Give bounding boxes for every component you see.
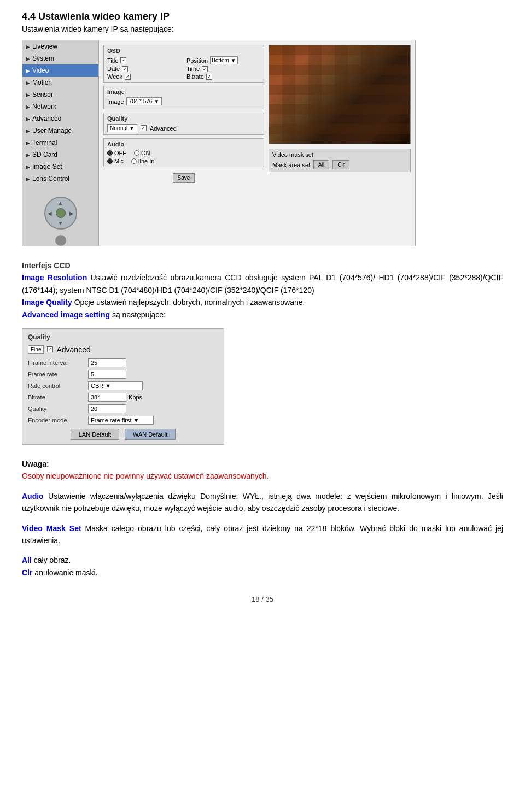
osd-position-row: Position Bottom ▼ — [186, 56, 260, 64]
arrow-icon: ▶ — [26, 152, 30, 158]
quality-advanced-checkbox[interactable] — [141, 125, 147, 131]
qp-framerate-input[interactable]: 5 — [88, 370, 126, 379]
content-layout: OSD Title Position Bottom ▼ Date — [103, 45, 411, 185]
osd-position-label: Position — [186, 57, 208, 64]
preview-image — [269, 45, 410, 144]
video-mask-paragraph: Video Mask Set Maska całego obrazu lub c… — [22, 522, 503, 547]
audio-on-label: ON — [141, 150, 150, 156]
quality-advanced-label: Advanced — [150, 125, 177, 132]
qp-encoder-row: Encoder mode Frame rate first ▼ — [28, 416, 218, 425]
qp-ratecontrol-row: Rate control CBR ▼ — [28, 381, 218, 390]
nav-right[interactable]: ▶ — [69, 210, 74, 216]
interfejs-label: Interfejs CCD — [22, 261, 71, 270]
qp-iframe-label: I frame interval — [28, 360, 88, 366]
audio-linein-radio[interactable] — [131, 158, 137, 164]
sidebar-item-system[interactable]: ▶ System — [22, 52, 98, 64]
qp-iframe-row: I frame interval 25 — [28, 358, 218, 367]
osd-title-checkbox[interactable] — [120, 57, 126, 63]
osd-title-label: Title — [107, 57, 118, 64]
qp-iframe-input[interactable]: 25 — [88, 358, 126, 367]
osd-bitrate-label: Bitrate — [186, 73, 204, 80]
qp-quality-row: Quality 20 — [28, 404, 218, 413]
sidebar-item-network[interactable]: ▶ Network — [22, 101, 98, 113]
mask-all-button[interactable]: All — [313, 160, 329, 169]
osd-position-dropdown[interactable]: Bottom ▼ — [210, 56, 237, 64]
audio-title: Audio — [22, 492, 44, 501]
sidebar-item-motion[interactable]: ▶ Motion — [22, 77, 98, 89]
audio-label: Audio — [107, 141, 260, 148]
mask-clr-button[interactable]: Clr — [332, 160, 349, 169]
wan-default-button[interactable]: WAN Default — [125, 429, 176, 440]
audio-off-radio[interactable] — [107, 150, 113, 156]
arrow-icon: ▶ — [26, 128, 30, 134]
osd-title-row: Title — [107, 56, 181, 64]
arrow-icon: ▶ — [26, 164, 30, 170]
sidebar-item-advanced[interactable]: ▶ Advanced — [22, 113, 98, 125]
osd-bitrate-checkbox[interactable] — [206, 74, 212, 80]
osd-date-checkbox[interactable] — [122, 66, 128, 72]
video-mask-set-label: Video mask set — [272, 151, 407, 158]
sidebar-item-imageset[interactable]: ▶ Image Set — [22, 161, 98, 173]
clr-title: Clr — [22, 568, 32, 577]
osd-date-label: Date — [107, 66, 120, 72]
arrow-icon: ▶ — [26, 80, 30, 86]
nav-center[interactable] — [56, 208, 66, 218]
sidebar-item-lenscontrol[interactable]: ▶ Lens Control — [22, 173, 98, 185]
osd-label: OSD — [107, 48, 260, 54]
qp-framerate-label: Frame rate — [28, 371, 88, 378]
uwaga-text: Osoby nieupoważnione nie powinny używać … — [22, 472, 269, 480]
qp-encoder-dropdown[interactable]: Frame rate first ▼ — [88, 416, 154, 425]
sidebar-item-sdcard[interactable]: ▶ SD Card — [22, 149, 98, 161]
save-row: Save — [103, 170, 264, 185]
video-mask-text: Maska całego obrazu lub części, cały obr… — [22, 524, 503, 545]
osd-week-checkbox[interactable] — [125, 74, 131, 80]
qp-ratecontrol-dropdown[interactable]: CBR ▼ — [88, 381, 143, 390]
osd-grid: Title Position Bottom ▼ Date Time — [107, 56, 260, 80]
audio-on-radio[interactable] — [134, 150, 139, 156]
quality-dropdown[interactable]: Normal ▼ — [107, 124, 137, 132]
qp-buttons-row: LAN Default WAN Default — [28, 429, 218, 440]
osd-date-row: Date — [107, 66, 181, 72]
image-resolution-text: Ustawić rozdzielczość obrazu,kamera CCD … — [22, 273, 503, 294]
qp-advanced-label: Advanced — [56, 345, 90, 354]
arrow-icon: ▶ — [26, 56, 30, 62]
quality-panel: Quality Fine Advanced I frame interval 2… — [22, 328, 224, 445]
sidebar-item-terminal[interactable]: ▶ Terminal — [22, 137, 98, 149]
image-quality-label: Image Quality — [22, 298, 72, 307]
image-resolution-label: Image Resolution — [22, 273, 87, 282]
page-title: 4.4 Ustawienia wideo kamery IP — [22, 11, 503, 22]
qp-bitrate-label: Bitrate — [28, 394, 88, 401]
qp-advanced-checkbox[interactable] — [47, 346, 53, 352]
uwaga-title: Uwaga: — [22, 460, 49, 468]
nav-arrows: ▲ ▼ ◀ ▶ — [22, 193, 98, 233]
audio-mic-radio[interactable] — [107, 158, 113, 164]
qp-fine-dropdown[interactable]: Fine — [28, 345, 44, 354]
arrow-icon: ▶ — [26, 44, 30, 50]
clr-text: anulowanie maski. — [32, 568, 97, 577]
nav-left[interactable]: ◀ — [48, 210, 52, 216]
osd-bitrate-row: Bitrate — [186, 73, 260, 80]
mask-area-label: Mask area set — [272, 162, 310, 168]
sidebar-item-liveview[interactable]: ▶ Liveview — [22, 40, 98, 52]
sidebar-item-usermanage[interactable]: ▶ User Manage — [22, 125, 98, 137]
audio-radio-row2: Mic line In — [107, 158, 260, 164]
nav-down[interactable]: ▼ — [58, 220, 63, 226]
nav-circle[interactable] — [55, 235, 66, 246]
qp-quality-input[interactable]: 20 — [88, 404, 126, 413]
nav-up[interactable]: ▲ — [58, 200, 63, 206]
lan-default-button[interactable]: LAN Default — [71, 429, 119, 440]
all-clr-paragraph: All cały obraz. Clr anulowanie maski. — [22, 554, 503, 579]
audio-paragraph: Audio Ustawienie włączenia/wyłączenia dź… — [22, 490, 503, 515]
qp-framerate-row: Frame rate 5 — [28, 370, 218, 379]
audio-linein-item: line In — [131, 158, 154, 164]
all-title: All — [22, 556, 32, 564]
sidebar-item-video[interactable]: ▶ Video — [22, 64, 98, 77]
save-button[interactable]: Save — [173, 173, 195, 183]
osd-section: OSD Title Position Bottom ▼ Date — [103, 45, 264, 83]
image-dropdown[interactable]: 704 * 576 ▼ — [126, 97, 162, 105]
audio-on-item: ON — [134, 150, 150, 156]
audio-off-item: OFF — [107, 150, 126, 156]
qp-bitrate-input[interactable]: 384 — [88, 393, 126, 402]
osd-time-checkbox[interactable] — [202, 66, 208, 72]
sidebar-item-sensor[interactable]: ▶ Sensor — [22, 89, 98, 101]
